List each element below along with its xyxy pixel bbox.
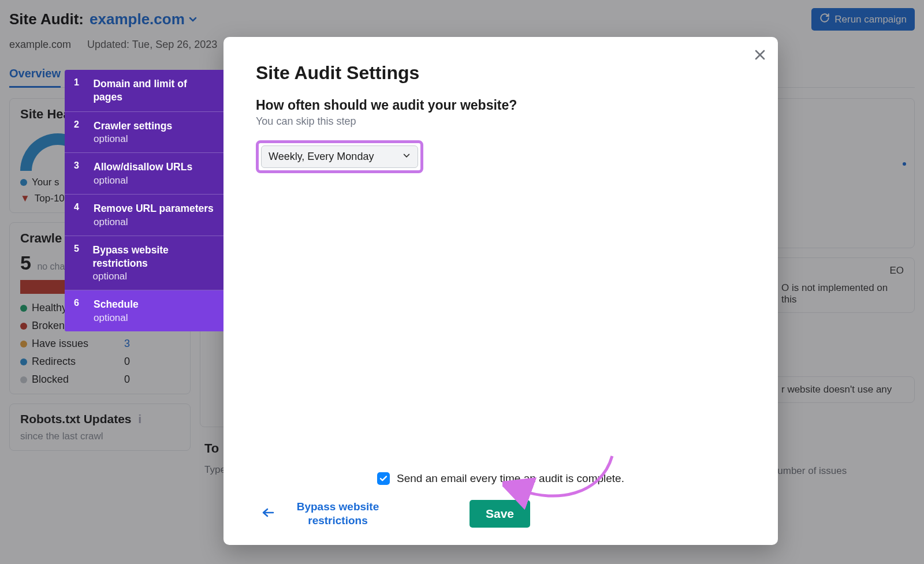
arrow-left-icon xyxy=(262,507,274,520)
check-icon xyxy=(379,475,388,483)
settings-modal: Site Audit Settings How often should we … xyxy=(223,37,778,545)
modal-skip-hint: You can skip this step xyxy=(256,115,746,128)
footer-actions: Bypass website restrictions Save xyxy=(256,500,746,528)
wizard-step-1[interactable]: 1 Domain and limit of pages xyxy=(65,70,223,112)
wizard-step-2[interactable]: 2 Crawler settingsoptional xyxy=(65,112,223,154)
wizard-step-5[interactable]: 5 Bypass website restrictionsoptional xyxy=(65,236,223,291)
save-button[interactable]: Save xyxy=(470,500,530,528)
wizard-sidebar: 1 Domain and limit of pages 2 Crawler se… xyxy=(65,70,223,331)
wizard-step-4[interactable]: 4 Remove URL parametersoptional xyxy=(65,195,223,236)
back-label: Bypass website restrictions xyxy=(292,500,384,528)
schedule-value: Weekly, Every Monday xyxy=(269,151,374,163)
back-link[interactable]: Bypass website restrictions xyxy=(262,500,384,528)
modal-body: Site Audit Settings How often should we … xyxy=(223,37,778,545)
modal-title: Site Audit Settings xyxy=(256,62,746,84)
modal-subtitle: How often should we audit your website? xyxy=(256,98,746,113)
email-checkbox-row[interactable]: Send an email every time an audit is com… xyxy=(256,472,746,485)
modal-footer: Send an email every time an audit is com… xyxy=(223,472,778,528)
close-icon xyxy=(754,48,766,61)
chevron-down-icon xyxy=(403,151,411,163)
schedule-select[interactable]: Weekly, Every Monday xyxy=(261,145,418,168)
schedule-select-highlight: Weekly, Every Monday xyxy=(256,140,423,173)
close-button[interactable] xyxy=(754,48,766,61)
email-label: Send an email every time an audit is com… xyxy=(397,472,624,485)
wizard-step-6-active[interactable]: 6 Scheduleoptional xyxy=(65,290,223,331)
email-checkbox[interactable] xyxy=(377,472,390,485)
wizard-step-3[interactable]: 3 Allow/disallow URLsoptional xyxy=(65,153,223,195)
